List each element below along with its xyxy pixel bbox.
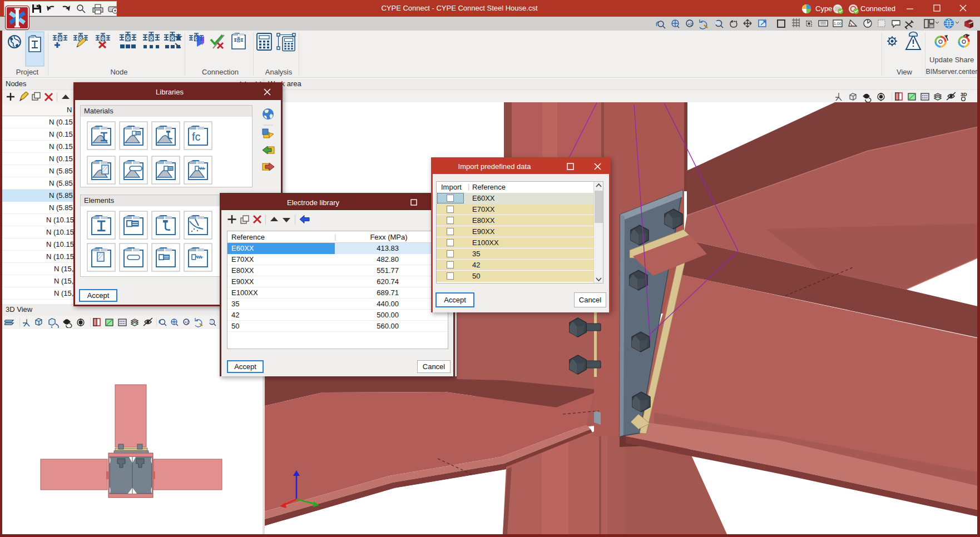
svg-text:×2: ×2 bbox=[687, 22, 693, 27]
svg-text:3D: 3D bbox=[961, 92, 967, 97]
svg-text:fc: fc bbox=[192, 131, 201, 143]
svg-text:1.00: 1.00 bbox=[834, 22, 842, 26]
svg-text:×2: ×2 bbox=[185, 320, 189, 324]
